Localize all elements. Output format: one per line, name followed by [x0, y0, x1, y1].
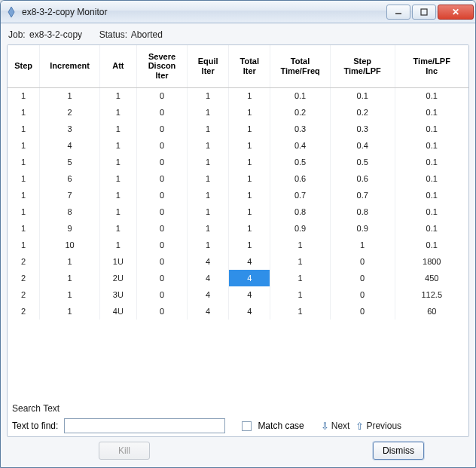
table-cell[interactable]: 4 — [188, 270, 229, 286]
table-cell[interactable]: 0.2 — [330, 104, 395, 121]
table-cell[interactable]: 0.1 — [395, 104, 468, 121]
table-cell[interactable]: 1 — [8, 154, 40, 170]
table-cell[interactable]: 6 — [40, 170, 100, 187]
table-cell[interactable]: 1 — [40, 270, 100, 286]
table-cell[interactable]: 0 — [136, 203, 187, 220]
table-cell[interactable]: 4 — [229, 286, 270, 303]
next-button[interactable]: ⇩ Next — [321, 421, 350, 431]
maximize-button[interactable] — [412, 5, 436, 20]
table-row[interactable]: 1510110.50.50.1 — [8, 154, 468, 170]
table-cell[interactable]: 0.9 — [330, 220, 395, 237]
table-cell[interactable]: 1 — [270, 303, 331, 320]
col-header[interactable]: Severe Discon Iter — [136, 45, 187, 87]
col-header[interactable]: Increment — [40, 45, 100, 87]
table-cell[interactable]: 1 — [40, 87, 100, 104]
table-cell[interactable]: 0.1 — [395, 87, 468, 104]
table-cell[interactable]: 1 — [99, 87, 136, 104]
table-cell[interactable]: 0 — [136, 187, 187, 203]
table-cell[interactable]: 1 — [99, 104, 136, 121]
table-cell[interactable]: 0 — [136, 170, 187, 187]
table-cell[interactable]: 1 — [229, 203, 270, 220]
table-cell[interactable]: 0.5 — [330, 154, 395, 170]
table-cell[interactable]: 0 — [136, 237, 187, 253]
kill-button[interactable]: Kill — [99, 442, 150, 460]
table-cell[interactable]: 1 — [270, 237, 331, 253]
table-cell[interactable]: 0.7 — [330, 187, 395, 203]
table-cell[interactable]: 0 — [136, 104, 187, 121]
table-cell[interactable]: 1 — [99, 137, 136, 154]
table-cell[interactable]: 1 — [229, 237, 270, 253]
table-cell[interactable]: 0 — [136, 137, 187, 154]
table-cell[interactable]: 0.8 — [330, 203, 395, 220]
table-row[interactable]: 212U04410450 — [8, 270, 468, 286]
table-cell[interactable]: 7 — [40, 187, 100, 203]
table-cell[interactable]: 1 — [8, 170, 40, 187]
table-cell[interactable]: 1 — [8, 104, 40, 121]
table-cell[interactable]: 0 — [330, 303, 395, 320]
table-cell[interactable]: 0 — [136, 270, 187, 286]
table-cell[interactable]: 1 — [99, 154, 136, 170]
table-cell[interactable]: 0.1 — [395, 170, 468, 187]
table-cell[interactable]: 4 — [188, 303, 229, 320]
table-cell[interactable]: 1 — [188, 87, 229, 104]
table-cell[interactable]: 1 — [8, 237, 40, 253]
table-row[interactable]: 1710110.70.70.1 — [8, 187, 468, 203]
table-cell[interactable]: 1 — [8, 187, 40, 203]
table-cell[interactable]: 1 — [8, 87, 40, 104]
table-row[interactable]: 1810110.80.80.1 — [8, 203, 468, 220]
table-cell[interactable]: 1 — [229, 87, 270, 104]
table-cell[interactable]: 1 — [188, 121, 229, 137]
table-cell[interactable]: 0.1 — [395, 220, 468, 237]
table-cell[interactable]: 0 — [136, 121, 187, 137]
table-cell[interactable]: 1 — [229, 121, 270, 137]
table-cell[interactable]: 0 — [330, 253, 395, 270]
table-cell[interactable]: 0.5 — [270, 154, 331, 170]
table-row[interactable]: 1310110.30.30.1 — [8, 121, 468, 137]
table-scroll[interactable]: StepIncrementAttSevere Discon IterEquil … — [8, 45, 468, 397]
table-cell[interactable]: 1 — [188, 203, 229, 220]
table-cell[interactable]: 1 — [188, 137, 229, 154]
table-cell[interactable]: 0 — [330, 286, 395, 303]
table-cell[interactable]: 4 — [229, 253, 270, 270]
table-row[interactable]: 1610110.60.60.1 — [8, 170, 468, 187]
table-cell[interactable]: 9 — [40, 220, 100, 237]
table-cell[interactable]: 1 — [188, 104, 229, 121]
table-cell[interactable]: 10 — [40, 237, 100, 253]
table-cell[interactable]: 1U — [99, 253, 136, 270]
col-header[interactable]: Equil Iter — [188, 45, 229, 87]
col-header[interactable]: Time/LPF Inc — [395, 45, 468, 87]
table-cell[interactable]: 1 — [99, 187, 136, 203]
table-cell[interactable]: 1 — [229, 170, 270, 187]
table-cell[interactable]: 2 — [8, 303, 40, 320]
table-cell[interactable]: 1 — [99, 170, 136, 187]
table-cell[interactable]: 0.3 — [330, 121, 395, 137]
table-cell[interactable]: 1 — [188, 154, 229, 170]
search-input[interactable] — [64, 418, 225, 433]
table-cell[interactable]: 0.8 — [270, 203, 331, 220]
table-cell[interactable]: 112.5 — [395, 286, 468, 303]
table-cell[interactable]: 0.9 — [270, 220, 331, 237]
table-cell[interactable]: 1 — [270, 270, 331, 286]
table-cell[interactable]: 1 — [40, 303, 100, 320]
col-header[interactable]: Step Time/LPF — [330, 45, 395, 87]
table-cell[interactable]: 1 — [99, 121, 136, 137]
titlebar[interactable]: ex8-3-2-copy Monitor ✕ — [1, 1, 475, 23]
table-cell[interactable]: 1 — [270, 286, 331, 303]
table-cell[interactable]: 1 — [229, 220, 270, 237]
table-cell[interactable]: 0 — [136, 286, 187, 303]
table-cell[interactable]: 0 — [136, 87, 187, 104]
table-cell[interactable]: 8 — [40, 203, 100, 220]
table-cell[interactable]: 4 — [188, 253, 229, 270]
table-cell[interactable]: 1 — [270, 253, 331, 270]
table-cell[interactable]: 0.6 — [330, 170, 395, 187]
col-header[interactable]: Total Time/Freq — [270, 45, 331, 87]
table-row[interactable]: 213U04410112.5 — [8, 286, 468, 303]
table-row[interactable]: 1210110.20.20.1 — [8, 104, 468, 121]
table-cell[interactable]: 1 — [229, 104, 270, 121]
col-header[interactable]: Step — [8, 45, 40, 87]
table-cell[interactable]: 0.1 — [395, 187, 468, 203]
table-cell[interactable]: 0.4 — [270, 137, 331, 154]
table-cell[interactable]: 1 — [40, 253, 100, 270]
close-button[interactable]: ✕ — [438, 5, 474, 20]
table-cell[interactable]: 1 — [8, 203, 40, 220]
